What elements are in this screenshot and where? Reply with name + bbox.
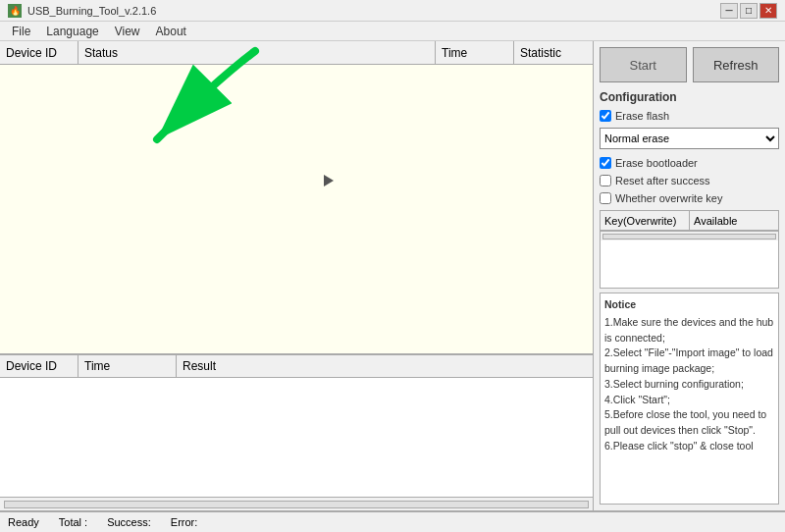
menu-view[interactable]: View: [107, 23, 148, 40]
right-panel: Start Refresh Configuration Erase flash …: [594, 41, 785, 510]
status-error: Error:: [171, 516, 198, 528]
status-total: Total :: [59, 516, 87, 528]
status-ready: Ready: [8, 516, 39, 528]
erase-flash-label: Erase flash: [615, 110, 669, 122]
close-button[interactable]: ✕: [759, 3, 777, 19]
erase-bootloader-checkbox[interactable]: [600, 157, 611, 169]
menu-language[interactable]: Language: [38, 23, 106, 40]
table-header-bottom: Device ID Time Result: [0, 354, 593, 378]
col-statistic-header: Statistic: [514, 41, 593, 64]
menu-bar: File Language View About: [0, 22, 785, 41]
available-col-header: Available: [690, 211, 778, 230]
col-device-id-header: Device ID: [0, 41, 78, 64]
key-overwrite-col-header: Key(Overwrite): [601, 211, 690, 230]
col-device-id2-header: Device ID: [0, 355, 78, 377]
start-button[interactable]: Start: [600, 47, 687, 82]
whether-overwrite-row: Whether overwrite key: [600, 192, 779, 204]
notice-item-2: 2.Select "File"-"Import image" to load b…: [604, 346, 774, 377]
cursor-indicator: [324, 175, 334, 186]
table-header-top: Device ID Status Time Statistic: [0, 41, 593, 65]
erase-flash-checkbox[interactable]: [600, 110, 611, 122]
main-container: Device ID Status Time Statistic Device I…: [0, 41, 785, 510]
title-bar: 🔥 USB_Burning_Tool_v.2.1.6 ─ □ ✕: [0, 0, 785, 22]
col-status-header: Status: [78, 41, 436, 64]
notice-item-5: 5.Before close the tool, you need to pul…: [604, 407, 774, 439]
device-table-bottom: Device ID Time Result: [0, 354, 593, 510]
reset-after-success-label: Reset after success: [615, 175, 710, 186]
col-time-header: Time: [436, 41, 514, 64]
erase-type-select-row: Normal erase Full erase: [600, 128, 779, 149]
erase-bootloader-label: Erase bootloader: [615, 157, 698, 169]
configuration-label: Configuration: [600, 90, 779, 104]
refresh-button[interactable]: Refresh: [693, 47, 780, 82]
table-body-top: [0, 65, 593, 353]
minimize-button[interactable]: ─: [720, 3, 738, 19]
key-table-scrollbar[interactable]: [601, 231, 778, 240]
status-bar: Ready Total : Success: Error:: [0, 510, 785, 532]
notice-item-4: 4.Click "Start";: [604, 393, 774, 408]
key-overwrite-table: Key(Overwrite) Available: [600, 210, 779, 289]
whether-overwrite-checkbox[interactable]: [600, 192, 611, 204]
title-bar-controls: ─ □ ✕: [720, 3, 777, 19]
device-table-top: Device ID Status Time Statistic: [0, 41, 593, 354]
notice-title: Notice: [604, 297, 774, 313]
key-table-header: Key(Overwrite) Available: [601, 211, 778, 231]
menu-about[interactable]: About: [148, 23, 194, 40]
col-time2-header: Time: [78, 355, 177, 377]
title-bar-text: USB_Burning_Tool_v.2.1.6: [27, 5, 720, 17]
notice-item-3: 3.Select burning configuration;: [604, 377, 774, 393]
notice-item-6: 6.Please click "stop" & close tool: [604, 439, 774, 454]
reset-after-success-row: Reset after success: [600, 175, 779, 186]
reset-after-success-checkbox[interactable]: [600, 175, 611, 186]
key-scroll-track[interactable]: [602, 234, 776, 239]
whether-overwrite-label: Whether overwrite key: [615, 192, 722, 204]
status-success: Success:: [107, 516, 151, 528]
action-buttons: Start Refresh: [600, 47, 779, 82]
maximize-button[interactable]: □: [740, 3, 758, 19]
menu-file[interactable]: File: [4, 23, 38, 40]
notice-section: Notice 1.Make sure the devices and the h…: [600, 293, 779, 505]
app-icon: 🔥: [8, 4, 22, 18]
left-panel: Device ID Status Time Statistic Device I…: [0, 41, 594, 510]
col-result2-header: Result: [177, 355, 593, 377]
scroll-track-bottom[interactable]: [4, 501, 589, 508]
notice-item-1: 1.Make sure the devices and the hub is c…: [604, 315, 774, 346]
erase-flash-row: Erase flash: [600, 110, 779, 122]
erase-bootloader-row: Erase bootloader: [600, 157, 779, 169]
table-body-bottom: [0, 378, 593, 497]
horizontal-scrollbar-bottom[interactable]: [0, 497, 593, 510]
erase-type-select[interactable]: Normal erase Full erase: [600, 128, 779, 149]
